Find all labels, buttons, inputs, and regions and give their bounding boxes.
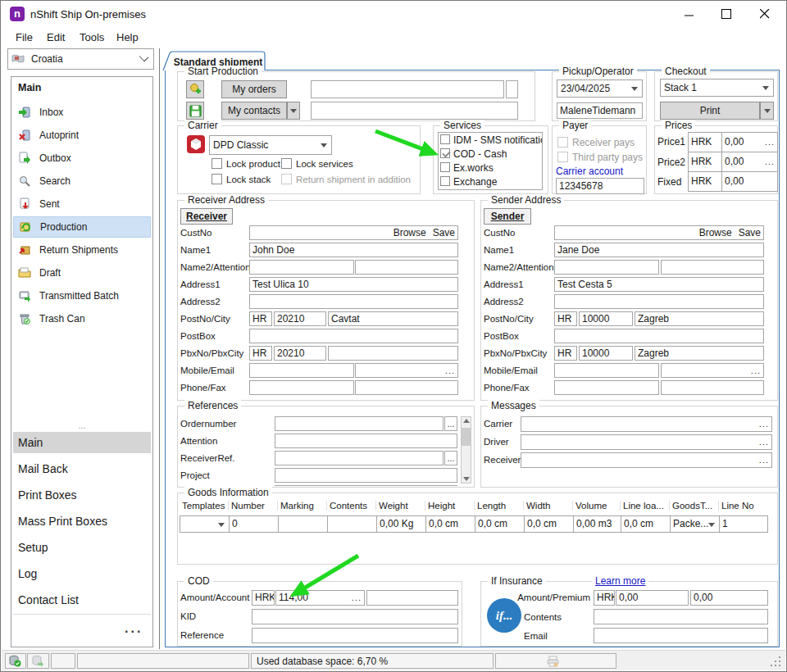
- third-party-pays-checkbox[interactable]: [557, 152, 568, 162]
- sender-name1-field[interactable]: Jane Doe: [554, 243, 764, 257]
- sender-email-field[interactable]: ...: [661, 363, 764, 378]
- sender-postbox-field[interactable]: [554, 329, 764, 343]
- receiver-fax-field[interactable]: [355, 380, 458, 395]
- cod-kid-field[interactable]: [252, 609, 458, 624]
- receiver-button[interactable]: Receiver: [180, 208, 233, 225]
- receiver-message-field[interactable]: ...: [521, 452, 772, 468]
- receiverref-more-button[interactable]: ...: [444, 451, 457, 465]
- country-select[interactable]: Croatia: [7, 48, 154, 70]
- stack-select[interactable]: Stack 1: [660, 79, 774, 97]
- print-button[interactable]: Print: [660, 102, 760, 120]
- goods-lineload-cell[interactable]: 0,0 cm: [621, 515, 671, 533]
- sidebar-section-contact-list[interactable]: Contact List: [13, 589, 151, 611]
- learn-more-link[interactable]: Learn more: [592, 575, 648, 587]
- carrier-message-field[interactable]: ...: [521, 416, 772, 432]
- sidebar-collapse-grip[interactable]: ...: [74, 425, 90, 428]
- my-contacts-dropdown[interactable]: [287, 102, 300, 120]
- save-link[interactable]: Save: [739, 227, 761, 239]
- project-field[interactable]: [275, 468, 457, 483]
- sidebar-item-production[interactable]: Production: [13, 216, 151, 238]
- sidebar-section-mass-print-boxes[interactable]: Mass Print Boxes: [13, 511, 151, 532]
- receiver-pbx-postno-field[interactable]: 20210: [274, 346, 326, 361]
- goods-marking-cell[interactable]: [278, 515, 328, 533]
- price2-value[interactable]: 0,00...: [721, 152, 778, 172]
- sender-pbx-city-field[interactable]: Zagreb: [635, 346, 764, 361]
- goods-height-cell[interactable]: 0,0 cm: [425, 515, 475, 533]
- cod-amount-field[interactable]: 114,00...: [275, 590, 365, 606]
- receiver-name2-field[interactable]: [249, 260, 354, 275]
- sidebar-section-setup[interactable]: Setup: [13, 537, 151, 558]
- save-order-button[interactable]: [186, 102, 204, 120]
- insurance-amount-field[interactable]: 0,00: [616, 590, 689, 606]
- sender-country-field[interactable]: HR: [554, 311, 577, 326]
- production-input-1-button[interactable]: [506, 80, 518, 98]
- receiver-mobile-field[interactable]: [249, 363, 354, 378]
- sidebar-item-transmitted-batch[interactable]: Transmitted Batch: [13, 285, 151, 306]
- receiver-postno-field[interactable]: 20210: [274, 311, 326, 326]
- sidebar-splitter[interactable]: [159, 48, 160, 649]
- lock-services-checkbox[interactable]: [281, 158, 292, 169]
- receiver-email-field[interactable]: ...: [355, 363, 458, 378]
- new-order-button[interactable]: [186, 80, 204, 98]
- sender-city-field[interactable]: Zagreb: [635, 311, 764, 326]
- my-orders-button[interactable]: My orders: [221, 80, 287, 98]
- goods-volume-cell[interactable]: 0,00 m3: [573, 515, 621, 533]
- lock-product-checkbox[interactable]: [212, 158, 222, 169]
- receiver-pbx-country-field[interactable]: HR: [249, 346, 272, 361]
- sidebar-item-inbox[interactable]: Inbox: [13, 102, 151, 123]
- service-item[interactable]: IDM - SMS notification: [439, 133, 542, 147]
- browse-link[interactable]: Browse: [394, 227, 426, 239]
- pickup-date-select[interactable]: 23/04/2025: [557, 79, 643, 98]
- return-shipment-checkbox[interactable]: [281, 174, 292, 184]
- my-contacts-button[interactable]: My contacts: [221, 102, 287, 120]
- sender-phone-field[interactable]: [554, 380, 659, 395]
- ordernumber-more-button[interactable]: ...: [444, 416, 457, 431]
- service-item[interactable]: Ex.works: [439, 161, 542, 175]
- sidebar-more-button[interactable]: ...: [125, 621, 151, 636]
- insurance-contents-field[interactable]: [594, 609, 768, 624]
- sidebar-section-log[interactable]: Log: [13, 563, 151, 584]
- receiver-pbx-city-field[interactable]: [328, 346, 458, 361]
- sidebar-item-draft[interactable]: Draft: [13, 262, 151, 284]
- sender-pbx-country-field[interactable]: HR: [554, 346, 577, 361]
- carrier-account-link[interactable]: Carrier account: [556, 166, 623, 177]
- sender-attention-field[interactable]: [661, 260, 764, 275]
- receiver-country-field[interactable]: HR: [249, 311, 272, 326]
- sender-button[interactable]: Sender: [484, 208, 531, 225]
- cod-reference-field[interactable]: [252, 628, 458, 643]
- sidebar-item-search[interactable]: Search: [13, 170, 151, 192]
- sidebar-section-mail-back[interactable]: Mail Back: [13, 458, 151, 479]
- goods-contents-cell[interactable]: [327, 515, 377, 533]
- sender-address1-field[interactable]: Test Cesta 5: [554, 277, 764, 292]
- sidebar-item-autoprint[interactable]: Autoprint: [13, 125, 151, 146]
- attention-field[interactable]: [275, 434, 457, 448]
- ordernumber-field[interactable]: [275, 416, 444, 431]
- sender-mobile-field[interactable]: [554, 363, 659, 378]
- operator-field[interactable]: MaleneTidemann: [557, 102, 643, 119]
- production-input-1[interactable]: [311, 80, 504, 98]
- print-dropdown[interactable]: [760, 102, 774, 120]
- goods-width-cell[interactable]: 0,0 cm: [524, 515, 574, 533]
- sidebar-item-return-shipments[interactable]: Return Shipments: [13, 239, 151, 261]
- carrier-product-select[interactable]: DPD Classic: [209, 135, 332, 155]
- goods-goodstype-select[interactable]: Packe...: [670, 515, 720, 533]
- service-item[interactable]: Exchange: [439, 175, 542, 188]
- service-item[interactable]: COD - Cash: [439, 147, 542, 161]
- receiverref-field[interactable]: [275, 451, 444, 465]
- receiver-city-field[interactable]: Cavtat: [328, 311, 458, 326]
- browse-link[interactable]: Browse: [699, 227, 732, 239]
- sender-pbx-postno-field[interactable]: 10000: [579, 346, 633, 361]
- sidebar-item-outbox[interactable]: Outbox: [13, 148, 151, 169]
- menu-help[interactable]: Help: [116, 31, 139, 43]
- fixed-value[interactable]: 0,00: [721, 171, 778, 192]
- insurance-premium-field[interactable]: 0,00: [690, 590, 768, 606]
- sender-fax-field[interactable]: [661, 380, 764, 395]
- sender-name2-field[interactable]: [554, 260, 659, 275]
- receiver-pays-checkbox[interactable]: [557, 137, 568, 148]
- insurance-email-field[interactable]: [594, 628, 768, 643]
- menu-edit[interactable]: Edit: [47, 31, 65, 43]
- receiver-name1-field[interactable]: John Doe: [249, 243, 458, 257]
- menu-file[interactable]: File: [16, 31, 33, 43]
- menu-tools[interactable]: Tools: [80, 31, 104, 43]
- goods-lineno-cell[interactable]: 1: [719, 515, 768, 533]
